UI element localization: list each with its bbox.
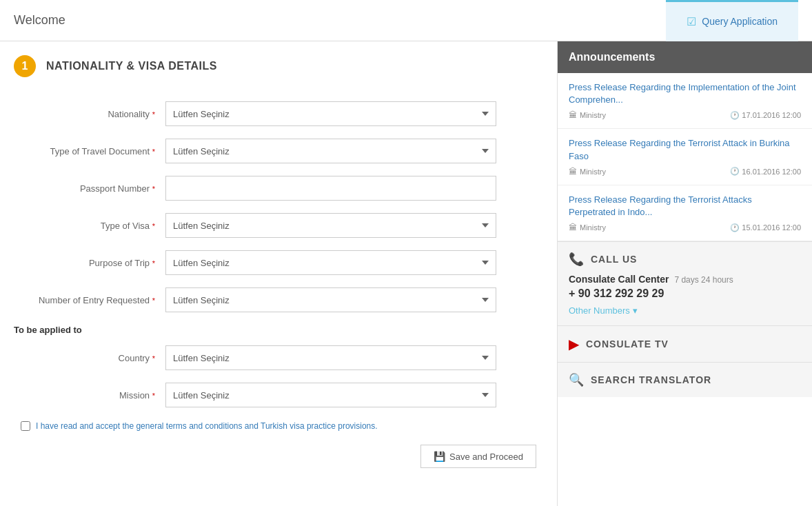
required-star-6: * [152,296,155,305]
travel-doc-label: Type of Travel Document * [14,146,165,156]
passport-input[interactable] [165,176,496,201]
passport-label: Passport Number * [14,183,165,194]
purpose-label: Purpose of Trip * [14,258,165,268]
call-center-hours: 7 days 24 hours [674,275,733,285]
entry-num-row: Number of Entry Requested * Lütfen Seçin… [14,287,543,312]
required-star-2: * [152,148,155,156]
search-translator-title: SEARCH TRANSLATOR [591,374,711,385]
mission-row: Mission * Lütfen Seçiniz [14,383,543,407]
announcement-item-1: Press Release Regarding the Implementati… [558,73,812,129]
mission-label: Mission * [14,390,165,401]
search-icon: 🔍 [569,372,584,387]
call-us-header: 📞 CALL US [569,252,801,267]
nationality-select[interactable]: Lütfen Seçiniz [165,101,496,126]
announcement-source-1: 🏛 Ministry [569,110,606,120]
announcement-item-3: Press Release Regarding the Terrorist At… [558,185,812,241]
visa-type-row: Type of Visa * Lütfen Seçiniz [14,213,543,238]
building-icon-2: 🏛 [569,167,577,176]
terms-checkbox[interactable] [21,421,30,431]
required-star-5: * [152,259,155,267]
purpose-select[interactable]: Lütfen Seçiniz [165,250,496,275]
consulate-tv-section[interactable]: ▶ CONSULATE TV [558,326,812,363]
visa-type-select[interactable]: Lütfen Seçiniz [165,213,496,238]
visa-type-label: Type of Visa * [14,221,165,231]
save-proceed-label: Save and Proceed [449,452,523,462]
query-application-tab[interactable]: ☑ Query Application [666,0,798,41]
section-number: 1 [14,55,36,77]
call-us-title: CALL US [591,254,637,265]
save-proceed-button[interactable]: 💾 Save and Proceed [420,445,536,468]
other-numbers-button[interactable]: Other Numbers ▾ [569,305,638,316]
announcement-date-text-1: 17.01.2016 12:00 [742,111,801,119]
country-label: Country * [14,353,165,363]
announcement-source-text-2: Ministry [580,168,606,176]
announcement-date-text-3: 15.01.2016 12:00 [742,223,801,232]
right-sidebar: Announcements Press Release Regarding th… [557,41,812,506]
section-header: 1 NATIONALITY & VISA DETAILS [14,55,543,84]
country-select[interactable]: Lütfen Seçiniz [165,345,496,370]
announcement-date-3: 🕐 15.01.2016 12:00 [730,223,801,232]
announcement-meta-2: 🏛 Ministry 🕐 16.01.2016 12:00 [569,167,801,176]
announcement-title-3[interactable]: Press Release Regarding the Terrorist At… [569,194,801,219]
welcome-text: Welcome [14,13,666,28]
travel-doc-select[interactable]: Lütfen Seçiniz [165,139,496,163]
entry-num-select[interactable]: Lütfen Seçiniz [165,287,496,312]
announcement-item-2: Press Release Regarding the Terrorist At… [558,129,812,185]
youtube-icon: ▶ [569,336,579,352]
country-row: Country * Lütfen Seçiniz [14,345,543,370]
clock-icon-2: 🕐 [730,167,740,176]
terms-row: I have read and accept the general terms… [14,421,543,431]
announcements-list: Press Release Regarding the Implementati… [558,73,812,242]
building-icon-1: 🏛 [569,110,577,120]
announcement-date-2: 🕐 16.01.2016 12:00 [730,167,801,176]
announcement-date-1: 🕐 17.01.2016 12:00 [730,111,801,120]
purpose-row: Purpose of Trip * Lütfen Seçiniz [14,250,543,275]
announcement-source-3: 🏛 Ministry [569,223,606,232]
phone-icon: 📞 [569,252,584,267]
check-icon: ☑ [687,15,696,28]
announcement-meta-1: 🏛 Ministry 🕐 17.01.2016 12:00 [569,110,801,120]
consulate-tv-title: CONSULATE TV [586,338,669,350]
phone-number: + 90 312 292 29 29 [569,287,801,300]
required-star-4: * [152,222,155,230]
announcement-source-text-1: Ministry [580,111,606,119]
top-bar: Welcome ☑ Query Application [0,0,812,41]
query-app-label: Query Application [702,16,778,27]
announcements-title: Announcements [569,51,655,63]
required-star-3: * [152,185,155,193]
announcements-header: Announcements [558,41,812,73]
call-us-section: 📞 CALL US Consulate Call Center 7 days 2… [558,242,812,326]
announcement-date-text-2: 16.01.2016 12:00 [742,168,801,176]
passport-row: Passport Number * [14,176,543,201]
save-icon: 💾 [434,451,445,462]
dropdown-arrow-icon: ▾ [633,305,638,316]
required-star-7: * [152,354,155,363]
applied-to-label: To be applied to [14,325,543,335]
save-proceed-row: 💾 Save and Proceed [14,445,543,468]
mission-select[interactable]: Lütfen Seçiniz [165,383,496,407]
main-layout: 1 NATIONALITY & VISA DETAILS Nationality… [0,41,812,506]
announcement-meta-3: 🏛 Ministry 🕐 15.01.2016 12:00 [569,223,801,232]
nationality-row: Nationality * Lütfen Seçiniz [14,101,543,126]
call-center-name: Consulate Call Center 7 days 24 hours [569,274,801,285]
entry-num-label: Number of Entry Requested * [14,295,165,305]
clock-icon-3: 🕐 [730,223,740,232]
travel-doc-row: Type of Travel Document * Lütfen Seçiniz [14,139,543,163]
clock-icon-1: 🕐 [730,111,740,120]
announcement-title-2[interactable]: Press Release Regarding the Terrorist At… [569,137,801,162]
nationality-label: Nationality * [14,109,165,119]
terms-text: I have read and accept the general terms… [36,421,378,431]
section-title: NATIONALITY & VISA DETAILS [46,60,217,72]
form-section: 1 NATIONALITY & VISA DETAILS Nationality… [0,41,557,506]
announcement-source-text-3: Ministry [580,223,606,232]
building-icon-3: 🏛 [569,223,577,232]
required-star: * [152,110,155,119]
announcement-title-1[interactable]: Press Release Regarding the Implementati… [569,81,801,106]
other-numbers-label: Other Numbers [569,305,630,316]
announcement-source-2: 🏛 Ministry [569,167,606,176]
search-translator-section[interactable]: 🔍 SEARCH TRANSLATOR [558,363,812,397]
required-star-8: * [152,392,155,400]
